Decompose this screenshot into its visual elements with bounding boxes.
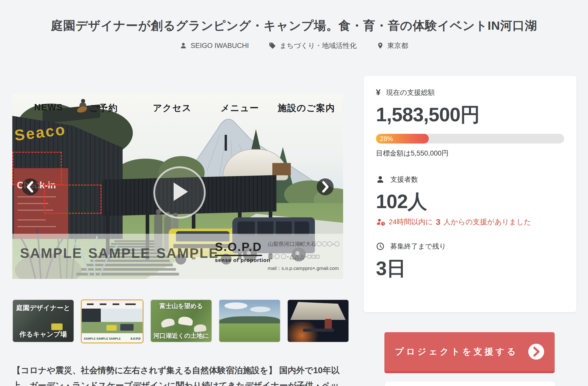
thumbnail-2-selected[interactable]: SAMPLE SAMPLE SAMPLE S.O.P.D bbox=[81, 299, 144, 343]
location-link[interactable]: 東京都 bbox=[377, 41, 408, 50]
thumb3-caption-top: 富士山を望める bbox=[151, 302, 212, 310]
thumb1-caption-top: 庭園デザイナーと bbox=[13, 303, 74, 312]
hero-video-thumbnail[interactable]: NEWS ご予約 アクセス メニュー 施設のご案内 Seaco Check-in bbox=[12, 93, 343, 279]
progress-fill: 28% bbox=[376, 134, 429, 144]
author-link[interactable]: SEIGO IWABUCHI bbox=[180, 42, 249, 50]
sopd-logo: S.O.P.D sense of proportion bbox=[215, 240, 270, 263]
address-line-2: 〇〇〇-△△△-□□□ bbox=[268, 253, 343, 260]
deadline-row: 募集終了まで残り bbox=[376, 242, 564, 251]
funding-stats-card: ¥ 現在の支援総額 1,583,500円 28% 目標金額は5,550,000円… bbox=[364, 76, 576, 312]
total-row: ¥ 現在の支援総額 bbox=[376, 88, 564, 97]
thumbnail-4[interactable] bbox=[219, 299, 281, 342]
recent-prefix: 24時間以内に bbox=[389, 217, 433, 227]
hero-nav-menu: メニュー bbox=[221, 102, 259, 114]
sopd-logo-tagline: sense of proportion bbox=[215, 257, 270, 263]
page-title: 庭園デザイナーが創るグランピング・キャンプ場。食・育・音の体験イベントIN河口湖 bbox=[0, 18, 588, 34]
goal-text: 目標金額は5,550,000円 bbox=[376, 149, 564, 158]
recent-count: 3 bbox=[436, 217, 441, 227]
thumbnail-3[interactable]: 富士山を望める 河口湖近くの土地に bbox=[150, 299, 212, 342]
play-icon bbox=[174, 182, 188, 201]
address-line-3: mail：s.o.p.camppro×.gmail.com bbox=[268, 265, 343, 272]
support-project-button[interactable]: プロジェクトを支援する bbox=[384, 332, 555, 373]
hero-nav-guide: 施設のご案内 bbox=[278, 102, 335, 114]
tag-icon bbox=[269, 42, 276, 49]
chevron-right-icon bbox=[317, 178, 334, 195]
hero-nav-news: NEWS bbox=[34, 102, 63, 112]
location-label: 東京都 bbox=[387, 41, 408, 50]
thumb3-caption-bottom: 河口湖近くの土地に bbox=[151, 332, 212, 340]
total-amount: 1,583,500円 bbox=[376, 102, 564, 128]
address-line-1: 山梨県河口湖町大石〇〇〇-〇 bbox=[268, 240, 343, 248]
recent-suffix: 人からの支援がありました bbox=[444, 217, 531, 227]
hero-nav-access: アクセス bbox=[153, 102, 192, 114]
thumbnail-5[interactable] bbox=[287, 299, 349, 342]
play-button[interactable] bbox=[153, 166, 206, 219]
backers-row: 支援者数 bbox=[376, 175, 564, 184]
cta-arrow-circle bbox=[528, 344, 544, 360]
project-meta: SEIGO IWABUCHI まちづくり・地域活性化 東京都 bbox=[0, 41, 588, 50]
project-page: 庭園デザイナーが創るグランピング・キャンプ場。食・育・音の体験イベントIN河口湖… bbox=[0, 0, 588, 386]
sample-watermark: SAMPLE bbox=[20, 245, 82, 261]
category-link[interactable]: まちづくり・地域活性化 bbox=[269, 41, 356, 50]
total-label: 現在の支援総額 bbox=[386, 88, 435, 97]
sample-watermark: SAMPLE bbox=[88, 245, 151, 261]
category-label: まちづくり・地域活性化 bbox=[280, 41, 356, 50]
red-dashed-box-2 bbox=[44, 185, 102, 214]
progress-bar: 28% bbox=[376, 134, 564, 144]
hero-nav-reserve: ご予約 bbox=[89, 102, 118, 114]
thumbnail-1[interactable]: 庭園デザイナーと 作るキャンプ場 bbox=[12, 299, 74, 342]
chevron-left-icon bbox=[22, 178, 39, 195]
deadline-label: 募集終了まで残り bbox=[390, 242, 446, 251]
author-name: SEIGO IWABUCHI bbox=[191, 42, 249, 50]
thumb1-caption-bottom: 作るキャンプ場 bbox=[13, 330, 74, 339]
thumb2-mini-watermark: SAMPLE SAMPLE SAMPLE bbox=[84, 337, 121, 340]
thumbnail-strip: 庭園デザイナーと 作るキャンプ場 SAMPLE SAMPLE SAMPLE S.… bbox=[12, 299, 345, 343]
hero-nav-labels: NEWS ご予約 アクセス メニュー 施設のご案内 bbox=[12, 102, 343, 115]
yen-icon: ¥ bbox=[376, 88, 381, 97]
reward-card-partial bbox=[385, 381, 555, 386]
person-icon bbox=[376, 175, 385, 184]
support-button-label: プロジェクトを支援する bbox=[395, 346, 518, 358]
person-clock-icon bbox=[376, 218, 386, 226]
project-description: 【コロナや震災、社会情勢に左右されず集える自然体験宿泊施設を】 国内外で10年以… bbox=[12, 363, 346, 386]
backers-count: 102人 bbox=[376, 189, 564, 215]
progress-label: 28% bbox=[376, 135, 393, 143]
carousel-prev-button[interactable] bbox=[22, 178, 39, 195]
sopd-logo-title: S.O.P.D bbox=[215, 240, 262, 256]
thumb2-mini-logo: S.O.P.D bbox=[131, 337, 141, 340]
days-left: 3日 bbox=[376, 256, 564, 282]
clock-icon bbox=[376, 242, 385, 251]
person-icon bbox=[180, 42, 187, 49]
recent-backers-note: 24時間以内に3人からの支援がありました bbox=[376, 217, 564, 227]
pin-icon bbox=[377, 42, 384, 49]
address-block: 山梨県河口湖町大石〇〇〇-〇 〇〇〇-△△△-□□□ mail：s.o.p.ca… bbox=[268, 240, 343, 272]
carousel-next-button[interactable] bbox=[317, 178, 334, 195]
backers-label: 支援者数 bbox=[390, 175, 418, 184]
chevron-right-icon bbox=[528, 344, 544, 360]
sample-watermark: SAMPLE bbox=[156, 245, 219, 261]
